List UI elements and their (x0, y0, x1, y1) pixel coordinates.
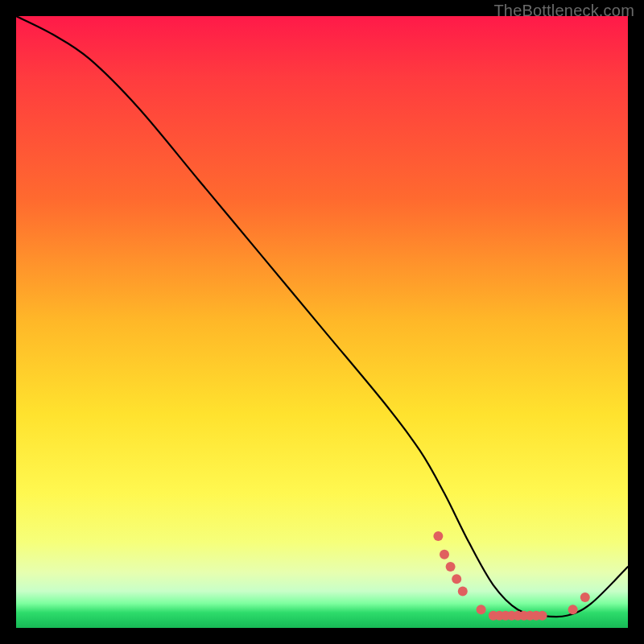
chart-marker (446, 562, 456, 572)
chart-markers (433, 531, 589, 621)
chart-marker (538, 611, 547, 621)
chart-marker (433, 531, 443, 541)
chart-svg (16, 16, 628, 628)
chart-marker (458, 586, 468, 596)
chart-marker (580, 592, 590, 602)
chart-marker (452, 574, 461, 584)
chart-marker (568, 605, 578, 614)
chart-marker (477, 605, 486, 614)
chart-marker (440, 550, 449, 559)
chart-plot-area (16, 16, 628, 628)
chart-stage: TheBottleneck.com (0, 0, 644, 644)
chart-line (16, 16, 628, 617)
